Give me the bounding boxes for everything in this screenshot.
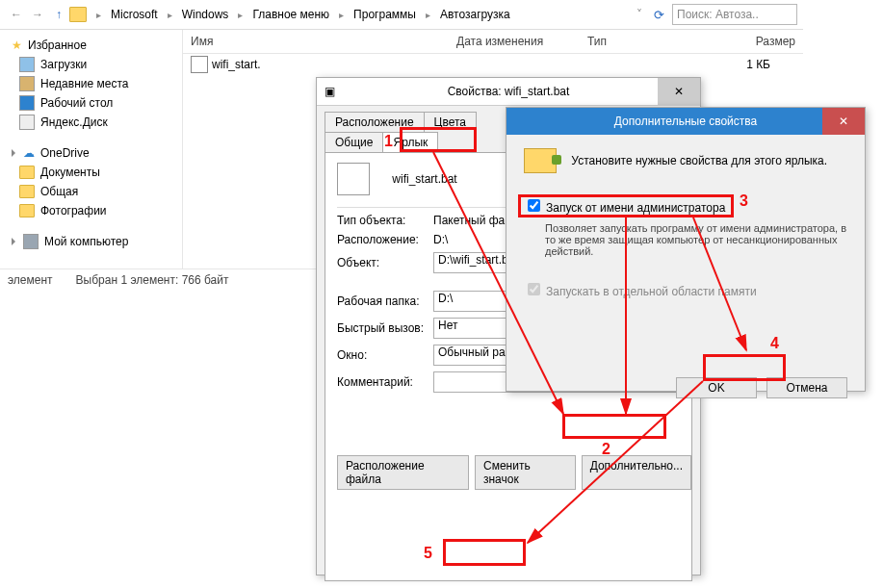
refresh-button[interactable]: ⟳ — [654, 8, 664, 22]
status-selection: Выбран 1 элемент: 766 байт — [76, 273, 229, 287]
advanced-folder-icon — [524, 148, 557, 173]
advanced-close-button[interactable]: ✕ — [822, 108, 865, 135]
col-size[interactable]: Размер — [711, 35, 803, 48]
file-size: 1 КБ — [693, 58, 770, 71]
advanced-intro-text: Установите нужные свойства для этого ярл… — [571, 154, 841, 167]
label-comment: Комментарий: — [337, 375, 433, 389]
sidebar-label: Яндекс.Диск — [40, 115, 108, 129]
run-as-admin-desc: Позволяет запускать программу от имени а… — [545, 222, 847, 257]
breadcrumb-item[interactable]: Автозагрузка — [436, 6, 514, 23]
run-as-admin-input[interactable] — [528, 199, 540, 212]
file-row[interactable]: wifi_start. 1 КБ — [183, 54, 803, 75]
properties-titlebar[interactable]: ▣ Свойства: wifi_start.bat ✕ — [317, 78, 700, 106]
tab-location[interactable]: Расположение — [325, 112, 425, 132]
advanced-dialog: Дополнительные свойства ✕ Установите нуж… — [506, 107, 866, 392]
sidebar-label: Документы — [40, 166, 100, 179]
sidebar-item-shared[interactable]: Общая — [6, 182, 182, 201]
advanced-titlebar[interactable]: Дополнительные свойства ✕ — [506, 108, 865, 135]
status-count: элемент — [8, 273, 53, 287]
tab-shortcut[interactable]: Ярлык — [382, 132, 438, 152]
open-file-location-button[interactable]: Расположение файла — [337, 455, 469, 490]
tab-colors[interactable]: Цвета — [424, 112, 477, 132]
column-headers: Имя Дата изменения Тип Размер — [183, 30, 803, 54]
sidebar-label: Рабочий стол — [40, 96, 113, 110]
tab-general[interactable]: Общие — [325, 132, 383, 152]
breadcrumb-item[interactable]: Программы — [350, 6, 420, 23]
col-name[interactable]: Имя — [183, 35, 449, 48]
change-icon-button[interactable]: Сменить значок — [475, 455, 576, 490]
breadcrumb-item[interactable]: Windows — [178, 6, 233, 23]
run-as-admin-checkbox[interactable]: Запуск от имени администратора — [524, 201, 725, 215]
sidebar-computer-header[interactable]: Мой компьютер — [6, 232, 182, 251]
label-object-type: Тип объекта: — [337, 214, 433, 227]
search-input[interactable]: Поиск: Автоза.. — [672, 4, 797, 25]
properties-title-text: Свойства: wifi_start.bat — [448, 85, 570, 98]
properties-close-button[interactable]: ✕ — [658, 78, 700, 105]
sidebar-label: Мой компьютер — [44, 235, 128, 248]
sidebar-item-photos[interactable]: Фотографии — [6, 201, 182, 220]
nav-forward-button[interactable]: → — [27, 4, 48, 25]
nav-back-button[interactable]: ← — [6, 4, 27, 25]
run-as-admin-label: Запуск от имени администратора — [546, 201, 725, 215]
advanced-button[interactable]: Дополнительно... — [582, 455, 691, 490]
sidebar-label: OneDrive — [40, 146, 90, 160]
breadcrumb[interactable]: ▸Microsoft ▸Windows ▸Главное меню ▸Прогр… — [92, 6, 514, 23]
sidebar-label: Общая — [40, 185, 78, 198]
label-workdir: Рабочая папка: — [337, 294, 433, 308]
sidebar-favorites-header[interactable]: ★Избранное — [6, 36, 182, 55]
nav-up-button[interactable]: ↑ — [48, 4, 69, 25]
label-location: Расположение: — [337, 233, 433, 246]
file-name: wifi_start. — [212, 58, 462, 71]
label-target: Объект: — [337, 256, 433, 269]
sidebar-item-yandex[interactable]: Яндекс.Диск — [6, 113, 182, 132]
advanced-title-text: Дополнительные свойства — [614, 115, 757, 128]
separate-memory-checkbox: Запускать в отдельной области памяти — [524, 285, 757, 298]
sidebar-label: Фотографии — [40, 204, 107, 217]
advanced-ok-button[interactable]: OK — [676, 377, 757, 398]
separate-memory-label: Запускать в отдельной области памяти — [546, 285, 757, 298]
advanced-cancel-button[interactable]: Отмена — [766, 377, 847, 398]
file-icon — [191, 56, 208, 73]
shortcut-file-icon — [337, 163, 370, 195]
sidebar-label: Недавние места — [40, 77, 128, 90]
label-window: Окно: — [337, 348, 433, 362]
sidebar-item-recent[interactable]: Недавние места — [6, 74, 182, 93]
separate-memory-input — [528, 283, 540, 295]
title-icon: ▣ — [325, 85, 335, 98]
folder-icon — [69, 7, 87, 22]
sidebar-item-documents[interactable]: Документы — [6, 163, 182, 182]
sidebar-item-desktop[interactable]: Рабочий стол — [6, 93, 182, 113]
shortcut-file-name: wifi_start.bat — [392, 172, 456, 186]
label-hotkey: Быстрый вызов: — [337, 321, 433, 335]
sidebar-label: Загрузки — [40, 58, 87, 71]
sidebar-item-downloads[interactable]: Загрузки — [6, 55, 182, 74]
col-type[interactable]: Тип — [580, 35, 711, 48]
col-date[interactable]: Дата изменения — [449, 35, 580, 48]
sidebar-label: Избранное — [28, 38, 87, 52]
explorer-sidebar: ★Избранное Загрузки Недавние места Рабоч… — [0, 30, 183, 268]
breadcrumb-item[interactable]: Главное меню — [248, 6, 333, 23]
explorer-toolbar: ← → ↑ ▸Microsoft ▸Windows ▸Главное меню … — [0, 0, 803, 30]
breadcrumb-dropdown[interactable]: ˅ — [629, 4, 650, 25]
sidebar-onedrive-header[interactable]: ☁OneDrive — [6, 143, 182, 163]
breadcrumb-item[interactable]: Microsoft — [107, 6, 162, 23]
